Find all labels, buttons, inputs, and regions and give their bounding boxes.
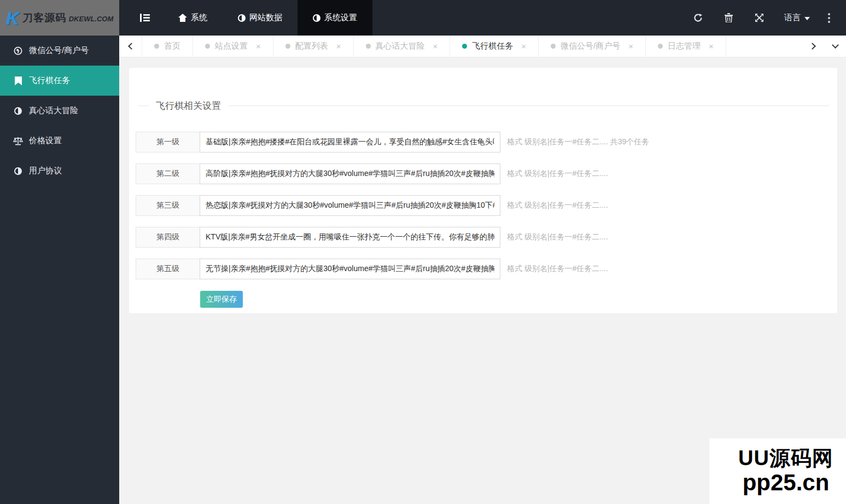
- close-icon[interactable]: ×: [709, 42, 714, 51]
- level-2-hint: 格式 级别名|任务一#任务二....: [507, 169, 608, 179]
- tab-label: 微信公号/商户号: [561, 41, 620, 51]
- home-icon: [178, 14, 187, 22]
- refresh-icon: [693, 13, 703, 22]
- tabs-scroll-left-button[interactable]: [119, 36, 142, 57]
- topbar-actions: 语言: [682, 0, 846, 36]
- tabs-scroll-right-button[interactable]: [802, 36, 824, 57]
- adjust-icon: [13, 167, 23, 175]
- legend-dash: [138, 106, 149, 106]
- form-row-level-1: 第一级 格式 级别名|任务一#任务二.... 共39个任务: [136, 132, 837, 153]
- tabbar-spacer: [726, 36, 802, 57]
- close-icon[interactable]: ×: [256, 42, 261, 51]
- watermark-line1: UU源码网: [738, 447, 833, 470]
- level-4-input[interactable]: [200, 227, 500, 248]
- chevron-left-icon: [128, 43, 135, 50]
- tab-label: 真心话大冒险: [376, 41, 425, 51]
- form-row-level-5: 第五级 格式 级别名|任务一#任务二....: [136, 259, 837, 279]
- tab-wechat-account[interactable]: 微信公号/商户号 ×: [539, 36, 646, 57]
- topnav-item-label: 网站数据: [249, 13, 282, 23]
- scales-icon: [13, 137, 23, 145]
- language-label: 语言: [784, 13, 801, 23]
- topnav-item-system[interactable]: 系统: [163, 0, 223, 36]
- level-4-label: 第四级: [136, 227, 200, 248]
- adjust-icon: [313, 14, 320, 22]
- level-1-input[interactable]: [200, 132, 500, 153]
- sidebar-item-user-agreement[interactable]: 用户协议: [0, 156, 119, 186]
- close-icon[interactable]: ×: [628, 42, 633, 51]
- save-button[interactable]: 立即保存: [200, 291, 243, 308]
- tab-label: 飞行棋任务: [472, 41, 513, 51]
- sidebar-item-label: 微信公号/商户号: [29, 45, 89, 56]
- level-5-label: 第五级: [136, 259, 200, 279]
- language-dropdown[interactable]: 语言: [774, 0, 820, 36]
- section-legend: 飞行棋相关设置: [138, 68, 829, 112]
- watermark-line2: pp25.cn: [743, 470, 830, 495]
- topnav-item-label: 系统设置: [324, 13, 357, 23]
- tab-dot-icon: [462, 44, 467, 49]
- close-icon[interactable]: ×: [336, 42, 341, 51]
- topnav-item-label: 系统: [191, 13, 207, 23]
- topnav-item-site-data[interactable]: 网站数据: [223, 0, 297, 36]
- more-options-button[interactable]: [820, 0, 838, 36]
- logo-title: 刀客源码: [22, 12, 66, 24]
- tab-dot-icon: [366, 44, 371, 49]
- fullscreen-button[interactable]: [744, 0, 774, 36]
- topbar: K 刀客源码 DKEWL.COM 系统 网站数据 系统设置: [0, 0, 846, 36]
- kebab-dot: [828, 17, 830, 19]
- kebab-dot: [828, 13, 830, 15]
- sidebar-item-flight-chess-tasks[interactable]: 飞行棋任务: [0, 66, 119, 96]
- menu-fold-icon: [140, 14, 150, 22]
- tab-home[interactable]: 首页: [142, 36, 193, 57]
- tab-label: 配置列表: [295, 41, 328, 51]
- level-3-input[interactable]: [200, 195, 500, 216]
- sidebar-item-label: 价格设置: [29, 136, 62, 146]
- tab-log-management[interactable]: 日志管理 ×: [646, 36, 726, 57]
- logo: K 刀客源码 DKEWL.COM: [0, 0, 119, 36]
- chevron-down-icon: [832, 42, 839, 49]
- chevron-right-icon: [809, 43, 816, 50]
- adjust-icon: [13, 107, 23, 115]
- bookmark-icon: [13, 77, 23, 85]
- tab-truth-or-dare[interactable]: 真心话大冒险 ×: [354, 36, 451, 57]
- tab-label: 日志管理: [668, 41, 701, 51]
- tab-flight-chess-tasks[interactable]: 飞行棋任务 ×: [450, 36, 539, 57]
- tab-dot-icon: [551, 44, 556, 49]
- tab-dot-icon: [154, 44, 159, 49]
- kebab-dot: [828, 21, 830, 23]
- logo-subtitle: DKEWL.COM: [69, 15, 114, 23]
- close-icon[interactable]: ×: [433, 42, 438, 51]
- tab-dot-icon: [658, 44, 663, 49]
- menu-fold-button[interactable]: [127, 0, 163, 36]
- top-navigation: 系统 网站数据 系统设置: [119, 0, 372, 36]
- sidebar-item-wechat-account[interactable]: 微信公号/商户号: [0, 36, 119, 66]
- tab-site-settings[interactable]: 站点设置 ×: [193, 36, 273, 57]
- topnav-item-system-settings[interactable]: 系统设置: [297, 0, 372, 36]
- sidebar-item-label: 飞行棋任务: [29, 75, 70, 86]
- trash-icon: [725, 13, 733, 22]
- chevron-down-icon: [804, 17, 810, 20]
- level-3-label: 第三级: [136, 195, 200, 216]
- level-5-input[interactable]: [200, 259, 500, 279]
- close-icon[interactable]: ×: [521, 42, 526, 51]
- clear-cache-button[interactable]: [713, 0, 744, 36]
- sidebar-item-label: 用户协议: [29, 166, 62, 176]
- tabs-menu-button[interactable]: [824, 36, 846, 57]
- tab-dot-icon: [205, 44, 210, 49]
- adjust-icon: [238, 14, 246, 22]
- legend-line: [228, 106, 829, 106]
- fullscreen-expand-icon: [755, 13, 764, 22]
- level-2-label: 第二级: [136, 163, 200, 184]
- logo-text: 刀客源码 DKEWL.COM: [22, 13, 113, 23]
- tab-config-list[interactable]: 配置列表 ×: [273, 36, 354, 57]
- form-row-level-2: 第二级 格式 级别名|任务一#任务二....: [136, 163, 837, 184]
- sidebar-item-truth-or-dare[interactable]: 真心话大冒险: [0, 96, 119, 126]
- tab-label: 站点设置: [215, 41, 248, 51]
- refresh-button[interactable]: [682, 0, 713, 36]
- level-2-input[interactable]: [200, 163, 500, 184]
- sidebar-item-price-settings[interactable]: 价格设置: [0, 126, 119, 156]
- section-title: 飞行棋相关设置: [156, 99, 221, 112]
- sidebar: 微信公号/商户号 飞行棋任务 真心话大冒险 价格设置 用户协议: [0, 36, 119, 504]
- tab-bar: 首页 站点设置 × 配置列表 × 真心话大冒险 × 飞行棋任务 × 微信公号/商…: [119, 36, 846, 57]
- official-account-icon: [13, 46, 23, 55]
- tab-dot-icon: [285, 44, 290, 49]
